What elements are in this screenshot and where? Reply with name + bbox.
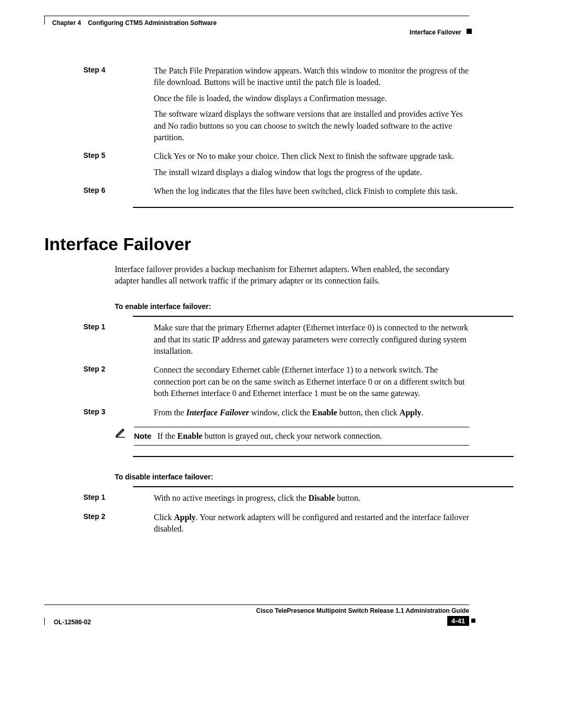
section-heading: Interface Failover bbox=[44, 234, 469, 254]
step-para: Click Apply. Your network adapters will … bbox=[154, 512, 469, 535]
intro-paragraph: Interface failover provides a backup mec… bbox=[115, 264, 469, 287]
step-para: When the log indicates that the files ha… bbox=[154, 186, 469, 197]
step-row: Step 4 The Patch File Preparation window… bbox=[44, 65, 469, 147]
step-para: The install wizard displays a dialog win… bbox=[154, 167, 469, 178]
chapter-number: Chapter 4 bbox=[52, 19, 81, 27]
step-text: Click Apply. Your network adapters will … bbox=[154, 512, 469, 539]
enable-subheading: To enable interface failover: bbox=[115, 302, 469, 311]
step-row: Step 6 When the log indicates that the f… bbox=[44, 186, 469, 201]
footer-tick bbox=[44, 618, 45, 627]
step-label: Step 6 bbox=[44, 186, 154, 201]
header-marker-box bbox=[467, 29, 472, 34]
step-label: Step 3 bbox=[44, 407, 154, 423]
step-row: Step 2 Connect the secondary Ethernet ca… bbox=[44, 364, 469, 403]
step-row: Step 5 Click Yes or No to make your choi… bbox=[44, 151, 469, 182]
step-para: With no active meetings in progress, cli… bbox=[154, 492, 469, 504]
note-block: Note If the Enable button is grayed out,… bbox=[115, 427, 469, 446]
note-label: Note bbox=[134, 430, 157, 442]
section-end-rule bbox=[133, 207, 513, 208]
header-section: Interface Failover bbox=[410, 29, 461, 36]
step-text: From the Interface Failover window, clic… bbox=[154, 407, 469, 423]
footer-rule bbox=[44, 604, 469, 605]
disable-subheading: To disable interface failover: bbox=[115, 473, 469, 481]
step-label: Step 1 bbox=[44, 492, 154, 508]
note-top-rule bbox=[134, 427, 469, 427]
subsection-end-rule bbox=[133, 456, 513, 457]
step-text: Make sure that the primary Ethernet adap… bbox=[154, 322, 469, 361]
header-tick bbox=[44, 16, 45, 24]
footer-guide-title: Cisco TelePresence Multipoint Switch Rel… bbox=[256, 607, 469, 614]
step-para: The Patch File Preparation window appear… bbox=[154, 65, 469, 89]
step-row: Step 1 With no active meetings in progre… bbox=[44, 492, 469, 508]
step-para: Click Yes or No to make your choice. The… bbox=[154, 151, 469, 162]
chapter-title: Configuring CTMS Administration Software bbox=[88, 19, 217, 27]
step-text: Click Yes or No to make your choice. The… bbox=[154, 151, 469, 182]
step-para: The software wizard displays the softwar… bbox=[154, 108, 469, 143]
page-content: Step 4 The Patch File Preparation window… bbox=[44, 65, 469, 542]
step-row: Step 2 Click Apply. Your network adapter… bbox=[44, 512, 469, 539]
page-number-badge: 4-41 bbox=[447, 616, 469, 626]
step-text: When the log indicates that the files ha… bbox=[154, 186, 469, 201]
header-rule bbox=[44, 16, 469, 16]
step-para: Once the file is loaded, the window disp… bbox=[154, 93, 469, 104]
step-label: Step 5 bbox=[44, 151, 154, 182]
step-para: Make sure that the primary Ethernet adap… bbox=[154, 322, 469, 357]
step-para: From the Interface Failover window, clic… bbox=[154, 407, 469, 418]
subsection-rule bbox=[133, 486, 513, 487]
step-label: Step 2 bbox=[44, 364, 154, 403]
note-text: If the Enable button is grayed out, chec… bbox=[157, 430, 469, 442]
page-marker-box bbox=[471, 619, 475, 623]
step-text: Connect the secondary Ethernet cable (Et… bbox=[154, 364, 469, 403]
step-label: Step 1 bbox=[44, 322, 154, 361]
step-text: The Patch File Preparation window appear… bbox=[154, 65, 469, 147]
step-row: Step 1 Make sure that the primary Ethern… bbox=[44, 322, 469, 361]
step-label: Step 4 bbox=[44, 65, 154, 147]
pencil-icon bbox=[115, 427, 128, 440]
step-para: Connect the secondary Ethernet cable (Et… bbox=[154, 364, 469, 399]
footer-doc-number: OL-12586-02 bbox=[54, 619, 91, 626]
step-text: With no active meetings in progress, cli… bbox=[154, 492, 469, 508]
step-label: Step 2 bbox=[44, 512, 154, 539]
note-bottom-rule bbox=[134, 445, 469, 446]
header-chapter: Chapter 4 Configuring CTMS Administratio… bbox=[52, 19, 217, 27]
subsection-rule bbox=[133, 316, 513, 317]
note-content: Note If the Enable button is grayed out,… bbox=[134, 427, 469, 446]
step-row: Step 3 From the Interface Failover windo… bbox=[44, 407, 469, 423]
